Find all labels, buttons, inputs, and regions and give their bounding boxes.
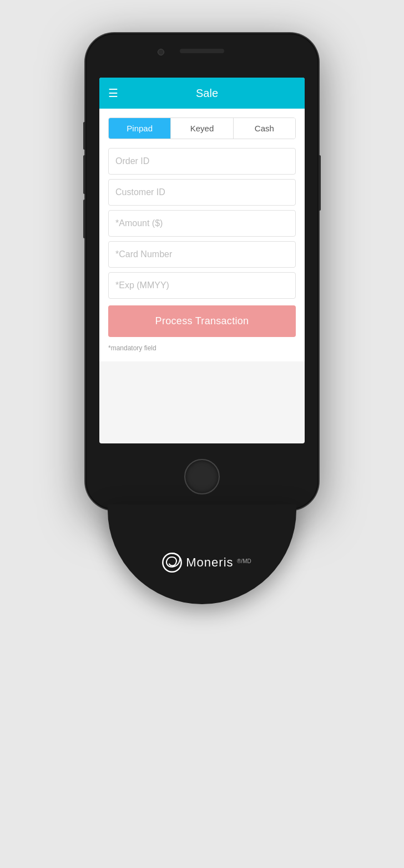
app-content: Pinpad Keyed Cash Process Transaction *m — [99, 109, 305, 361]
tab-cash[interactable]: Cash — [234, 118, 295, 139]
payment-method-tabs: Pinpad Keyed Cash — [108, 118, 296, 139]
side-button-vol-down — [83, 200, 85, 238]
phone-shell: ☰ Sale Pinpad Keyed Cash — [85, 33, 319, 510]
hamburger-menu-icon[interactable]: ☰ — [108, 86, 118, 100]
process-transaction-button[interactable]: Process Transaction — [108, 305, 296, 337]
app-header: ☰ Sale — [99, 78, 305, 109]
moneris-brand-row: Moneris ®/MD — [153, 549, 251, 576]
home-button[interactable] — [184, 459, 220, 494]
front-camera — [158, 49, 164, 55]
order-id-input[interactable] — [108, 148, 296, 175]
card-number-input[interactable] — [108, 241, 296, 268]
moneris-logo-area: Moneris ®/MD — [153, 532, 251, 576]
side-button-mute — [83, 122, 85, 150]
moneris-attachment: Moneris ®/MD — [108, 504, 296, 604]
phone-screen: ☰ Sale Pinpad Keyed Cash — [99, 78, 305, 443]
tab-keyed[interactable]: Keyed — [171, 118, 233, 139]
amount-input[interactable] — [108, 210, 296, 237]
side-button-vol-up — [83, 155, 85, 194]
side-button-power — [319, 155, 321, 211]
exp-input[interactable] — [108, 272, 296, 299]
moneris-trademark: ®/MD — [237, 558, 251, 564]
mandatory-field-note: *mandatory field — [108, 344, 156, 352]
earpiece-speaker — [180, 49, 224, 53]
page-title: Sale — [118, 87, 296, 100]
moneris-swirl-icon — [158, 549, 186, 576]
phone-top — [85, 33, 319, 78]
customer-id-input[interactable] — [108, 179, 296, 206]
scene: ☰ Sale Pinpad Keyed Cash — [0, 0, 404, 868]
phone-bottom — [85, 443, 319, 510]
tab-pinpad[interactable]: Pinpad — [109, 118, 171, 139]
moneris-brand-name: Moneris — [186, 555, 233, 569]
